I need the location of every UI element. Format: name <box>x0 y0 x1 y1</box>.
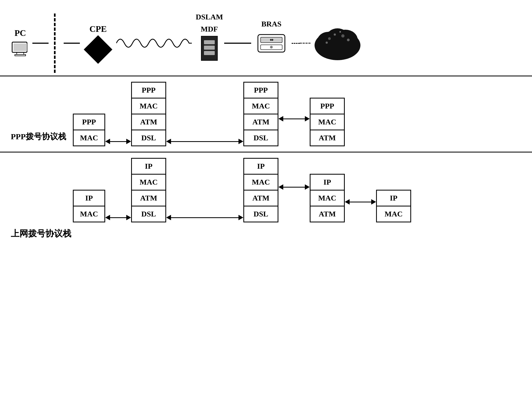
svg-rect-5 <box>204 40 215 44</box>
svg-point-17 <box>328 37 331 40</box>
dslam-label: DSLAM <box>196 13 223 21</box>
svg-rect-2 <box>15 55 26 56</box>
bras-device: BRAS ⇔ ⊗ <box>257 32 286 55</box>
line-dash-cpe <box>64 43 80 44</box>
arrow-ip-pc-cpe <box>105 215 131 220</box>
pc-icon <box>11 41 30 58</box>
ip-pc-stack: IP MAC <box>73 190 105 222</box>
line-pc-dash <box>32 43 49 44</box>
ppp-section: PPP拨号协议栈 PPP MAC PPP MAC ATM DSL PPP <box>0 76 532 152</box>
ppp-bras-ppp: PPP <box>310 98 345 114</box>
ip-dslam-mac: MAC <box>243 175 278 191</box>
ip-bras-atm: ATM <box>310 206 345 222</box>
ppp-cpe-stack: PPP MAC ATM DSL <box>131 82 166 146</box>
ip-pc-mac: MAC <box>73 206 105 222</box>
ip-internet-mac: MAC <box>376 206 411 222</box>
pc-label: PC <box>15 28 26 38</box>
ip-internet-stack: IP MAC <box>376 190 411 222</box>
ip-section: IP MAC IP MAC ATM DSL IP MAC ATM DSL <box>0 152 532 242</box>
ppp-cpe-mac: MAC <box>131 99 166 114</box>
ppp-bras-atm: ATM <box>310 130 345 146</box>
ppp-pc-ppp: PPP <box>73 114 105 130</box>
ppp-dslam-stack: PPP MAC ATM DSL <box>243 82 278 146</box>
svg-point-18 <box>334 33 336 36</box>
arrow-pc-cpe <box>105 139 131 144</box>
arrow-ip-bras-internet-mac <box>345 199 376 205</box>
ip-internet-ip: IP <box>376 190 411 206</box>
mdf-dslam-device: DSLAM MDF <box>200 25 219 62</box>
ip-dslam-dsl: DSL <box>243 206 278 222</box>
ppp-dslam-ppp: PPP <box>243 82 278 99</box>
ip-bras-stack: IP MAC ATM <box>310 174 345 222</box>
ip-pc-ip: IP <box>73 190 105 206</box>
svg-point-22 <box>339 31 341 33</box>
svg-text:⇔: ⇔ <box>270 38 274 42</box>
cpe-label: CPE <box>90 24 107 34</box>
ppp-dslam-dsl: DSL <box>243 130 278 146</box>
network-diagram-section: PC CPE DSLAM <box>0 0 532 76</box>
ip-dslam-stack: IP MAC ATM DSL <box>243 158 278 222</box>
ppp-cpe-ppp: PPP <box>131 82 166 99</box>
mdf-label: MDF <box>201 25 218 33</box>
line-mdf-bras <box>224 43 251 44</box>
arrow-dslam-bras-atm <box>278 116 310 146</box>
dotted-line <box>300 43 311 44</box>
ip-bras-mac: MAC <box>310 191 345 206</box>
bras-label: BRAS <box>261 20 282 28</box>
line-bras-cloud <box>292 43 300 44</box>
ip-section-label: 上网拨号协议栈 <box>11 228 521 240</box>
coil-svg <box>116 36 192 50</box>
ip-dslam-ip: IP <box>243 158 278 175</box>
svg-point-19 <box>341 34 345 38</box>
ip-cpe-dsl: DSL <box>131 206 166 222</box>
svg-point-20 <box>347 39 350 41</box>
ip-cpe-atm: ATM <box>131 191 166 206</box>
coil-connector <box>116 36 192 50</box>
ppp-dslam-mac: MAC <box>243 99 278 114</box>
ip-cpe-mac: MAC <box>131 175 166 191</box>
ip-dslam-atm: ATM <box>243 191 278 206</box>
svg-rect-6 <box>204 46 215 50</box>
dashed-vertical <box>54 13 56 73</box>
svg-point-21 <box>326 42 328 44</box>
bras-icon: ⇔ ⊗ <box>257 32 286 55</box>
ppp-pc-stack: PPP MAC <box>73 114 105 146</box>
ppp-cpe-dsl: DSL <box>131 130 166 146</box>
ip-proto-row: IP MAC IP MAC ATM DSL IP MAC ATM DSL <box>11 158 521 222</box>
arrow-cpe-dslam-dsl <box>166 139 243 144</box>
ip-cpe-ip: IP <box>131 158 166 175</box>
cloud-svg <box>313 24 362 62</box>
ip-bras-ip: IP <box>310 174 345 191</box>
ppp-pc-mac: MAC <box>73 130 105 146</box>
ppp-bras-stack: PPP MAC ATM <box>310 98 345 146</box>
ppp-proto-row: PPP拨号协议栈 PPP MAC PPP MAC ATM DSL PPP <box>11 82 521 146</box>
arrow-ip-cpe-dslam-dsl <box>166 215 243 220</box>
internet-cloud <box>313 24 362 63</box>
svg-point-16 <box>327 28 348 43</box>
cpe-icon <box>84 35 112 64</box>
ip-cpe-stack: IP MAC ATM DSL <box>131 158 166 222</box>
mdf-icon <box>200 35 219 62</box>
pc-device: PC <box>11 28 30 58</box>
ppp-label: PPP拨号协议栈 <box>11 131 73 146</box>
ppp-dslam-atm: ATM <box>243 114 278 130</box>
arrow-ip-dslam-bras-atm <box>278 184 310 190</box>
cpe-device: CPE <box>83 24 114 62</box>
svg-rect-7 <box>204 51 215 55</box>
network-diagram: PC CPE DSLAM <box>11 8 521 73</box>
svg-rect-3 <box>13 43 27 51</box>
svg-text:⊗: ⊗ <box>270 45 273 49</box>
ppp-cpe-atm: ATM <box>131 114 166 130</box>
ip-label-spacer <box>11 218 73 222</box>
ppp-bras-mac: MAC <box>310 114 345 130</box>
